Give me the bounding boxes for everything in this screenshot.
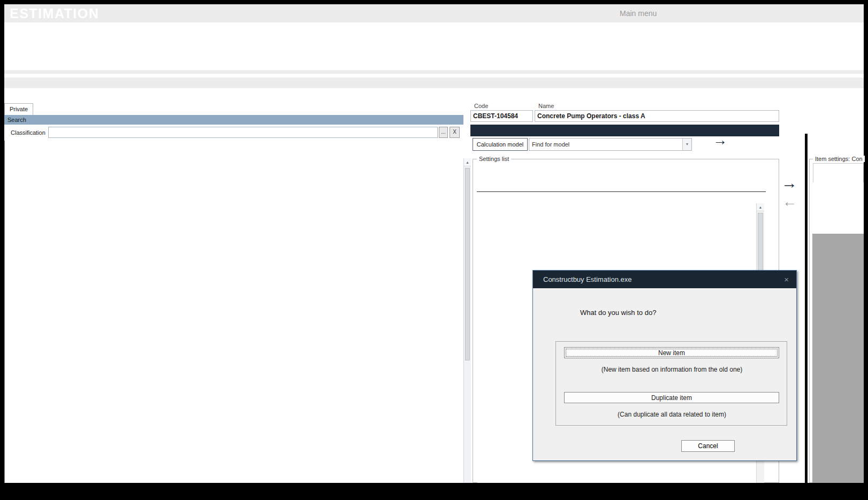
scroll-up-icon[interactable]: ▲ xyxy=(757,203,764,211)
document-tabstrip xyxy=(4,78,864,88)
dialog-question: What do you wish to do? xyxy=(580,309,656,317)
classification-label: Classification xyxy=(11,129,45,136)
menu-bar xyxy=(4,22,864,36)
move-right-arrow-icon[interactable]: → xyxy=(781,174,797,192)
settings-toolbar xyxy=(477,175,766,192)
item-detail-tabs xyxy=(470,125,779,136)
new-item-hint: (New item based on information from the … xyxy=(556,366,788,373)
classification-input[interactable] xyxy=(48,127,438,138)
titlebar: ESTIMATION Main menu xyxy=(4,4,864,22)
code-label: Code xyxy=(474,103,488,109)
app-logo-text: ESTIMATION xyxy=(10,6,99,21)
dialog-title: Constructbuy Estimation.exe xyxy=(543,275,777,283)
new-item-button[interactable]: New item xyxy=(564,347,779,358)
duplicate-item-button[interactable]: Duplicate item xyxy=(564,392,779,403)
name-label: Name xyxy=(538,103,554,109)
search-header-label: Search xyxy=(7,117,26,123)
model-search-value: Find for model xyxy=(532,141,569,148)
classification-browse-button[interactable]: ... xyxy=(439,127,448,138)
combo-caret-icon[interactable]: ▾ xyxy=(682,139,691,150)
name-field[interactable]: Concrete Pump Operators - class A xyxy=(535,110,779,122)
scroll-up-icon[interactable]: ▲ xyxy=(464,158,471,166)
dialog-titlebar[interactable]: Constructbuy Estimation.exe × xyxy=(533,271,796,288)
duplicate-dialog: Constructbuy Estimation.exe × What do yo… xyxy=(532,270,797,461)
tab-private[interactable]: Private xyxy=(4,103,33,115)
item-settings-title: Item settings: Con xyxy=(813,156,865,162)
items-table xyxy=(4,158,463,483)
items-scrollbar[interactable]: ▲ xyxy=(463,158,471,483)
apply-model-arrow-icon[interactable]: → xyxy=(713,132,727,149)
classification-clear-button[interactable]: X xyxy=(450,127,460,138)
cancel-button[interactable]: Cancel xyxy=(681,440,735,452)
code-field[interactable]: CBEST-104584 xyxy=(470,110,533,122)
window-title: Main menu xyxy=(620,9,657,18)
panel-splitter[interactable] xyxy=(805,134,808,483)
item-settings-empty-area xyxy=(812,234,864,483)
main-toolbar xyxy=(4,36,864,74)
search-header[interactable]: Search xyxy=(4,115,463,125)
classification-row: Classification ... X xyxy=(4,125,463,141)
item-settings-toolbar xyxy=(813,163,864,182)
settings-list-title: Settings list xyxy=(477,156,511,162)
app-window: ESTIMATION Main menu Private Search Clas… xyxy=(0,0,868,500)
calculation-model-button[interactable]: Calculation model xyxy=(473,138,528,151)
items-toolbar xyxy=(4,88,465,103)
list-toolbar xyxy=(4,141,463,158)
scroll-thumb[interactable] xyxy=(465,168,470,360)
dialog-close-icon[interactable]: × xyxy=(782,275,791,284)
duplicate-item-hint: (Can duplicate all data related to item) xyxy=(556,411,788,418)
model-search-combo[interactable]: Find for model ▾ xyxy=(529,138,692,151)
dialog-options-group: New item (New item based on information … xyxy=(555,341,787,426)
move-left-arrow-icon: ← xyxy=(782,194,797,210)
